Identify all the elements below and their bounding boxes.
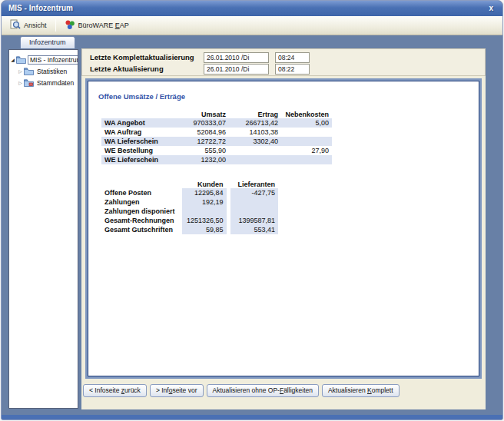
- tree-item-label: Statistiken: [35, 68, 68, 75]
- open-sales-table: Umsatz Ertrag Nebenkosten WA Angebot 970…: [101, 108, 332, 164]
- tree-item-mis-infozentrum[interactable]: ◢ MIS - Infozentrum: [9, 54, 78, 65]
- last-update-label: Letzte Aktualisierung: [90, 65, 164, 73]
- table-row: Zahlungen disponiert: [101, 207, 278, 216]
- col-umsatz: Umsatz: [180, 108, 229, 118]
- window-title: MIS - Infozentrum: [8, 4, 73, 12]
- table-row: WA Auftrag 52084,96 14103,38: [101, 128, 332, 137]
- table-header-row: Umsatz Ertrag Nebenkosten: [101, 108, 332, 118]
- infoseite-zurueck-button[interactable]: < Infoseite zurück: [83, 384, 147, 397]
- report-title: Offene Umsätze / Erträge: [98, 92, 472, 101]
- tree-expand-icon[interactable]: ◢: [9, 57, 16, 62]
- infoseite-vor-button[interactable]: > Infoseite vor: [150, 384, 204, 397]
- toolbar-separator: [55, 19, 56, 31]
- tree-panel: ◢ MIS - Infozentrum ▷: [8, 49, 78, 409]
- table-header-row: Kunden Lieferanten: [101, 177, 278, 188]
- window-titlebar[interactable]: MIS - Infozentrum x: [2, 1, 502, 16]
- update-status-box: Letzte Komplettaktualisierung Letzte Akt…: [81, 48, 486, 76]
- main-area: ◢ MIS - Infozentrum ▷: [2, 48, 502, 415]
- table-row: Offene Posten 12295,84 -427,75: [101, 188, 278, 197]
- bueroware-eap-label: BüroWARE EAP: [78, 22, 129, 29]
- window-frame-bottom: [2, 415, 502, 419]
- last-update-date-field[interactable]: [204, 64, 269, 75]
- button-row: < Infoseite zurück > Infoseite vor Aktua…: [83, 384, 400, 397]
- table-row: Gesamt Gutschriften 59,85 553,41: [101, 225, 278, 234]
- tree-item-label: Stammdaten: [35, 79, 75, 87]
- toolbar: Ansicht BüroWARE EAP: [2, 16, 502, 35]
- bueroware-eap-button[interactable]: BüroWARE EAP: [60, 18, 134, 33]
- tree-item-stammdaten[interactable]: ▷ Stammdaten: [9, 77, 78, 88]
- tree-item-label: MIS - Infozentrum: [28, 55, 78, 65]
- close-button[interactable]: x: [489, 1, 493, 15]
- table-row: WE Lieferschein 1232,00: [101, 155, 332, 164]
- table-row: Zahlungen 192,19: [101, 197, 278, 207]
- app-window: MIS - Infozentrum x Ansicht: [1, 0, 503, 420]
- table-row: WE Bestellung 555,90 27,90: [101, 146, 332, 155]
- magnifier-icon: [10, 19, 21, 31]
- table-row: WA Lieferschein 12722,72 3302,40: [101, 137, 332, 146]
- col-kunden: Kunden: [182, 177, 228, 188]
- aktualisieren-ohne-op-button[interactable]: Aktualisieren ohne OP-Fälligkeiten: [207, 384, 319, 397]
- ansicht-label: Ansicht: [24, 22, 47, 29]
- open-items-table: Kunden Lieferanten Offene Posten 12295,8…: [101, 177, 278, 234]
- tree-item-statistiken[interactable]: ▷ Statistiken: [9, 65, 78, 77]
- content-panel: Letzte Komplettaktualisierung Letzte Akt…: [81, 48, 486, 409]
- last-update-time-field[interactable]: [275, 64, 310, 75]
- report-box: Offene Umsätze / Erträge Umsatz Ertrag N…: [85, 78, 482, 379]
- table-row: WA Angebot 970333,07 266713,42 5,00: [101, 118, 332, 128]
- last-update-row: Letzte Aktualisierung: [90, 64, 480, 75]
- col-lieferanten: Lieferanten: [228, 177, 278, 188]
- tab-infozentrum[interactable]: Infozentrum: [20, 36, 75, 48]
- tree-collapse-icon[interactable]: ▷: [17, 80, 24, 85]
- tree-collapse-icon[interactable]: ▷: [17, 68, 24, 74]
- folder-icon: [24, 68, 35, 75]
- folder-icon: [24, 79, 35, 87]
- col-ertrag: Ertrag: [229, 108, 281, 118]
- last-full-update-date-field[interactable]: [204, 52, 269, 63]
- bueroware-color-icon: [65, 19, 75, 31]
- folder-icon: [16, 56, 28, 64]
- last-full-update-label: Letzte Komplettaktualisierung: [90, 53, 194, 61]
- client-area: Infozentrum ◢ MIS - Infozentrum ▷: [2, 36, 502, 419]
- col-nebenkosten: Nebenkosten: [281, 108, 332, 118]
- last-full-update-time-field[interactable]: [275, 52, 310, 63]
- last-full-update-row: Letzte Komplettaktualisierung: [90, 52, 480, 63]
- table-row: Gesamt-Rechnungen 1251326,50 1399587,81: [101, 216, 278, 225]
- ansicht-button[interactable]: Ansicht: [5, 18, 51, 33]
- aktualisieren-komplett-button[interactable]: Aktualisieren Komplett: [322, 384, 400, 397]
